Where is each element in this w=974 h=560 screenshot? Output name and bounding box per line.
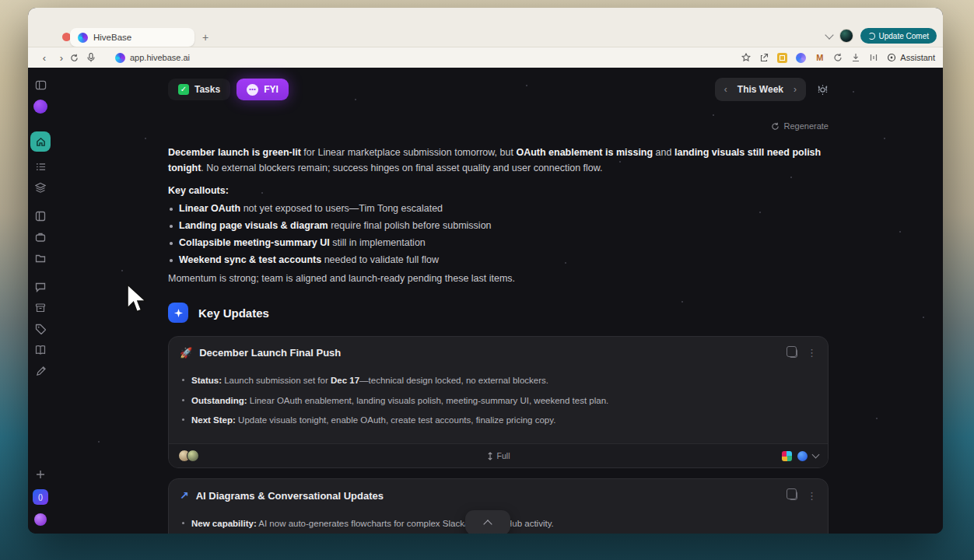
card-bullet-list: Status: Launch submission set for Dec 17… [169, 363, 828, 443]
reading-mode-icon[interactable] [869, 53, 878, 62]
tasks-check-icon: ✓ [178, 84, 189, 95]
view-switcher-row: ✓ Tasks FYI ‹ This Week › [168, 78, 829, 101]
reload-button[interactable] [70, 54, 87, 62]
tab-title: HiveBase [93, 33, 131, 42]
voice-search-icon[interactable] [87, 53, 104, 62]
scroll-top-button[interactable] [465, 510, 510, 534]
sidebar-item-board-icon[interactable] [34, 210, 47, 222]
detail-mode-toggle[interactable]: Full [487, 451, 510, 460]
extension-icon-comet[interactable] [796, 53, 806, 63]
user-avatar[interactable] [34, 513, 47, 526]
tab-overflow-chevron-icon[interactable] [825, 30, 833, 39]
chevron-up-icon [483, 520, 492, 528]
sidebar-item-archive-icon[interactable] [34, 302, 47, 314]
browser-tab[interactable]: HiveBase [70, 28, 194, 47]
sidebar-item-layers-icon[interactable] [34, 181, 47, 194]
expand-chevron-icon[interactable] [812, 451, 820, 459]
sidebar-item-docs-icon[interactable] [34, 344, 47, 356]
app-sidebar: () [28, 68, 53, 534]
regenerate-button[interactable]: Regenerate [771, 121, 829, 131]
participant-avatars [178, 450, 199, 462]
callout-item: Weekend sync & test accounts needed to v… [168, 254, 829, 265]
sidebar-item-chat-icon[interactable] [34, 281, 47, 293]
card-title: AI Diagrams & Conversational Updates [196, 490, 384, 502]
panel-toggle-icon[interactable] [34, 79, 47, 91]
workspace-avatar[interactable] [33, 100, 47, 114]
address-bar[interactable]: app.hivebase.ai [115, 53, 190, 63]
arrow-up-right-icon: ↗ [180, 489, 189, 502]
forward-button[interactable]: › [53, 52, 70, 64]
main-column: ✓ Tasks FYI ‹ This Week › [168, 78, 829, 534]
summary-closing: Momentum is strong; team is aligned and … [168, 273, 829, 284]
avatar [187, 450, 199, 462]
card-title: December Launch Final Push [199, 347, 341, 359]
tasks-label: Tasks [194, 84, 220, 95]
card-bullet: Status: Launch submission set for Dec 17… [181, 374, 815, 387]
back-button[interactable]: ‹ [36, 52, 53, 64]
downloads-icon[interactable] [851, 53, 860, 62]
browser-profile-avatar[interactable] [839, 29, 853, 43]
week-selector: ‹ This Week › [715, 78, 806, 101]
update-comet-button[interactable]: Update Comet [860, 28, 937, 44]
key-updates-title: Key Updates [198, 306, 269, 320]
key-updates-header: Key Updates [168, 303, 829, 323]
browser-tab-bar: HiveBase + Update Comet [28, 8, 943, 47]
add-button[interactable] [34, 468, 47, 481]
fyi-label: FYI [264, 84, 279, 95]
app-content: () ✓ Tasks FYI ‹ This Week › [28, 68, 943, 534]
sync-icon[interactable] [833, 53, 843, 62]
callouts-heading: Key callouts: [168, 185, 829, 196]
fyi-bubble-icon [247, 84, 258, 96]
app-badge[interactable]: () [33, 489, 48, 505]
linear-icon[interactable] [797, 451, 808, 461]
extension-icon-yellow[interactable] [777, 53, 787, 63]
card-bullet: Next Step: Update visuals tonight, enabl… [181, 414, 815, 427]
site-favicon [115, 53, 125, 63]
sparkle-icon [168, 303, 188, 323]
sidebar-item-tags-icon[interactable] [34, 323, 47, 335]
fyi-tab[interactable]: FYI [236, 79, 289, 100]
card-menu-button[interactable]: ⋮ [807, 347, 817, 359]
prev-week-button[interactable]: ‹ [724, 84, 727, 95]
browser-nav-bar: ‹ › app.hivebase.ai M [28, 47, 943, 68]
settings-gear-icon[interactable] [817, 84, 829, 96]
sidebar-item-files-icon[interactable] [34, 252, 47, 264]
update-icon [868, 33, 875, 40]
extension-icon-metamask[interactable]: M [815, 53, 825, 63]
copy-icon[interactable] [789, 348, 797, 358]
slack-icon[interactable] [782, 451, 792, 461]
sidebar-item-tasks-icon[interactable] [34, 160, 47, 173]
bookmark-star-icon[interactable] [741, 53, 751, 62]
week-label: This Week [738, 84, 783, 95]
sidebar-item-projects-icon[interactable] [34, 231, 47, 243]
tasks-tab[interactable]: ✓ Tasks [168, 79, 230, 100]
card-bullet: Outstanding: Linear OAuth enablement, la… [181, 394, 815, 408]
share-icon[interactable] [759, 53, 769, 62]
next-week-button[interactable]: › [794, 84, 797, 95]
new-tab-button[interactable]: + [202, 31, 208, 44]
card-footer: Full [169, 443, 828, 467]
rocket-icon: 🚀 [180, 347, 192, 359]
callout-item: Collapsible meeting-summary UI still in … [168, 237, 829, 248]
hivebase-favicon [78, 33, 88, 43]
card-menu-button[interactable]: ⋮ [807, 490, 817, 502]
sidebar-item-home[interactable] [30, 131, 51, 152]
callout-item: Landing page visuals & diagram require f… [168, 220, 829, 231]
assistant-button[interactable]: Assistant [887, 53, 935, 62]
browser-window: HiveBase + Update Comet ‹ › app.hivebase… [28, 8, 943, 534]
callout-item: Linear OAuth not yet exposed to users—Ti… [168, 203, 829, 214]
update-card-december-launch: 🚀 December Launch Final Push ⋮ Status: L… [168, 336, 829, 468]
url-text: app.hivebase.ai [130, 53, 190, 62]
weekly-summary: December launch is green-lit for Linear … [168, 145, 829, 176]
copy-icon[interactable] [789, 491, 797, 500]
sidebar-item-compose-icon[interactable] [34, 365, 47, 377]
callouts-list: Linear OAuth not yet exposed to users—Ti… [168, 203, 829, 265]
